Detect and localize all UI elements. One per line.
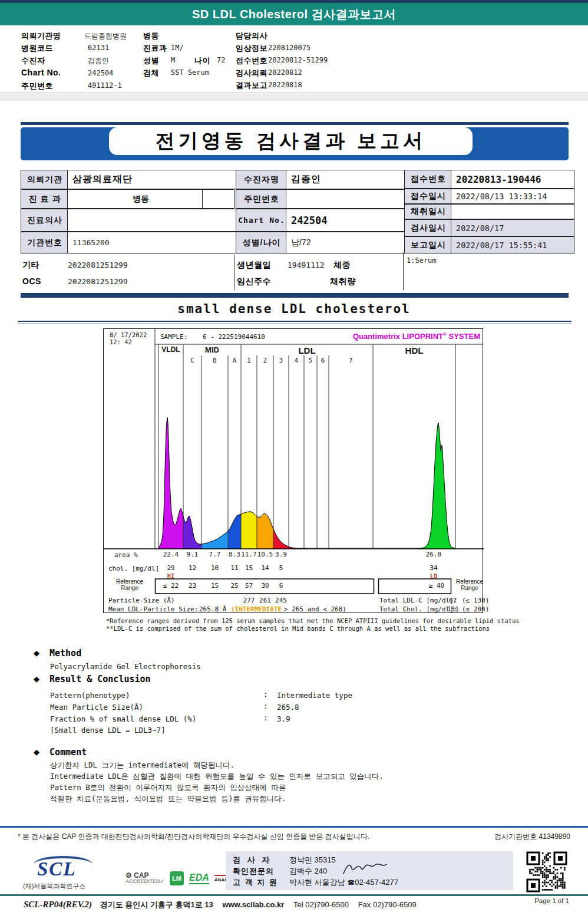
field-value: 2208120075: [268, 44, 310, 52]
info-label: 채취일시: [404, 204, 452, 219]
diamond-icon: ◆: [34, 748, 39, 756]
info-value: 김종인: [286, 170, 407, 189]
footer-web: www.scllab.co.kr: [222, 900, 284, 909]
result-item-value: 3.9: [277, 714, 290, 723]
ref-row-label-left: Reference Range: [108, 578, 151, 591]
chart-overlay: 8/ 17/2022 12: 42 SAMPLE: 6 - 2225190446…: [104, 329, 484, 614]
band-group-label: LDL: [298, 345, 315, 355]
chart-footnote-1: *Reference ranges derived from 125 serum…: [106, 617, 520, 624]
info-value: 2022081251299: [68, 261, 128, 269]
cert-logos: ⚙ CAP ACCREDITED✓ LM EDA ANAB: [125, 871, 228, 885]
field-value: IM/: [171, 44, 184, 52]
band-chol-value: 34: [430, 564, 437, 572]
band-sub-label: 4: [295, 357, 298, 364]
field-label: 수진자: [21, 55, 45, 66]
field-value: 김종인: [88, 56, 109, 66]
result-item-label: Mean Particle Size(Å): [50, 703, 143, 712]
footer-note: * 본 검사실은 CAP 인증과 대한진단검사의학회/진단검사의학재단의 우수검…: [18, 832, 369, 842]
section-divider: [0, 92, 588, 101]
info-value: 남/72: [286, 232, 407, 253]
band-ref-value: 15: [211, 582, 219, 590]
serum-note: 1:Serum: [407, 256, 437, 265]
comment-line: 적절한 치료(운동요법, 식이요법 또는 약물요법 등)를 권유합니다.: [50, 794, 286, 804]
lipoprint-chart: 8/ 17/2022 12: 42 SAMPLE: 6 - 2225190446…: [103, 328, 483, 613]
result-item-value: Intermediate type: [277, 691, 352, 700]
report-page: SD LDL Cholesterol 검사결과보고서 의뢰기관명 드림종합병원 …: [0, 0, 588, 922]
field-label: 검사의뢰: [236, 68, 267, 78]
band-ref-value: ≥ 40: [429, 582, 445, 590]
banner-white-center: 전기영동 검사결과 보고서: [109, 127, 473, 155]
lm-kolas-logo: LM: [170, 871, 184, 885]
scl-logo-text: SCL: [37, 858, 77, 880]
ref-label-line1: Reference: [456, 578, 483, 585]
band-chol-value: 11: [230, 564, 238, 572]
info-value: [67, 209, 239, 232]
info-value: 병동: [67, 189, 234, 209]
field-value: 20220812: [268, 68, 302, 77]
result-item-label: Pattern(phenotype): [50, 691, 130, 700]
footer-address: 경기도 용인시 기흥구 흥덕1로 13: [100, 900, 213, 909]
thick-rule: [21, 293, 569, 298]
band-ref-value: 25: [230, 582, 238, 590]
band-area-value: 7.7: [209, 551, 221, 558]
band-area-value: 3.9: [275, 551, 287, 558]
field-label: 성별: [143, 55, 159, 66]
field-value: 62131: [88, 44, 109, 52]
info-label: 접수번호: [404, 170, 452, 189]
band-chol-value: 29: [167, 564, 174, 572]
method-text: Polyacrylamide Gel Electrophoresis: [50, 662, 201, 671]
field-label: Chart No.: [21, 68, 61, 77]
diamond-icon: ◆: [34, 648, 39, 657]
band-flag: LO: [430, 572, 438, 579]
thin-rule2: [18, 323, 572, 324]
field-value: 20220818: [268, 81, 302, 89]
info-label: 수진자명: [236, 170, 288, 189]
info-value: [286, 189, 407, 209]
band-chol-value: 15: [245, 564, 253, 572]
footer-tel: Tel 02)790-6500: [293, 900, 349, 909]
result-item-value: 265.8: [277, 703, 299, 712]
info-label: OCS: [22, 276, 41, 286]
field-value: 드림종합병원: [84, 31, 127, 41]
band-sub-label: C: [190, 357, 194, 364]
info-label: 생년월일: [237, 260, 271, 271]
band-sub-label: 3: [279, 357, 283, 364]
info-value: [451, 204, 574, 219]
total-chol-value: 131: [447, 605, 459, 613]
info-label: 기관번호: [21, 232, 69, 253]
cap-accredited-logo: ⚙ CAP ACCREDITED✓: [125, 872, 164, 884]
total-ldl-label: Total LDL-C [mg/dl]:: [379, 597, 457, 604]
result-item-label: Fraction % of small dense LDL (%): [50, 714, 196, 723]
comment-line: Intermediate LDL은 심혈관 질환에 대한 위험도를 높일 수 있…: [50, 772, 384, 782]
info-label: 성별/나이: [236, 232, 288, 253]
field-value: 242504: [88, 69, 113, 77]
band-flag: HI: [167, 572, 175, 579]
field-label: 병원코드: [21, 43, 53, 54]
staff-label: 검 사 자: [233, 855, 272, 865]
ref-row-label-right: Reference Range: [456, 578, 483, 591]
method-heading: Method: [49, 648, 81, 658]
doc-number: SCL-RP04(REV.2): [24, 900, 92, 909]
chart-footnote-2: **LDL-C is comprised of the sum of chole…: [106, 625, 490, 632]
band-ref-value: 23: [189, 582, 196, 590]
info-value: 242504: [286, 209, 407, 232]
footer-org-no: 검사기관번호 41349890: [494, 832, 570, 842]
total-ldl-ref: (≤ 130): [462, 597, 489, 604]
staff-value: 김백수 240: [289, 866, 327, 877]
band-sub-label: 1: [247, 357, 250, 364]
field-label: 검체: [143, 68, 159, 78]
info-label: 채취량: [330, 276, 356, 287]
result-item-colon: :: [263, 690, 268, 699]
page-number: Page 1 of 1: [534, 897, 569, 904]
band-particle-size: 261: [259, 597, 271, 604]
band-area-value: 26.0: [426, 551, 442, 558]
footer-blue-rule: [0, 826, 588, 828]
band-particle-size: 245: [275, 597, 287, 604]
diamond-icon: ◆: [34, 674, 39, 683]
header-bar-title: SD LDL Cholesterol 검사결과보고서: [192, 6, 396, 22]
mean-size-label: Mean LDL-Particle Size:: [108, 605, 198, 613]
comment-line: Pattern B로의 전환이 이루어지지 않도록 환자의 임상상태에 따른: [50, 783, 286, 793]
sample-label: SAMPLE:: [160, 333, 187, 341]
ref-label-line2: Range: [456, 585, 483, 591]
field-label: 접수번호: [236, 55, 267, 66]
